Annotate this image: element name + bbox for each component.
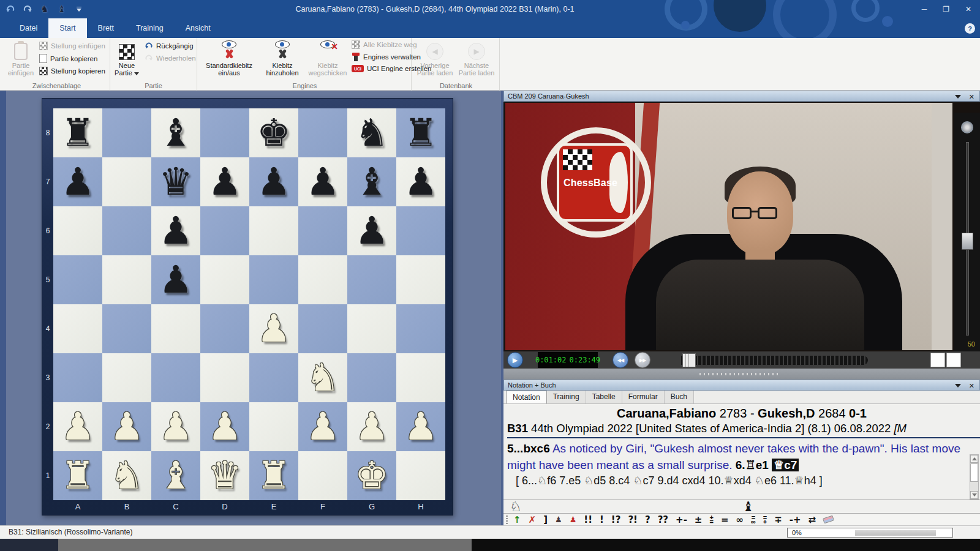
annotation-symbol-button[interactable]: ?? (658, 514, 668, 525)
annotation-symbol-button[interactable]: ?! (628, 514, 638, 525)
fast-forward-button[interactable]: ▶▶ (635, 352, 650, 368)
kiebitz-hinzuholen-button[interactable]: Kiebitz hinzuholen (260, 40, 305, 77)
board-square[interactable] (53, 206, 102, 255)
board-square[interactable]: ♛ (151, 157, 200, 206)
annotation-symbol-button[interactable]: -+ (790, 514, 801, 525)
board-square[interactable]: ♟ (200, 157, 249, 206)
board-square[interactable]: ♜ (53, 451, 102, 500)
board-square[interactable]: ♞ (102, 451, 151, 500)
board-square[interactable] (53, 255, 102, 304)
annotation-symbol-button[interactable]: =+ (763, 515, 767, 524)
help-icon[interactable]: ? (965, 23, 975, 34)
video-frame[interactable]: ChessBase (505, 103, 952, 350)
volume-slider-handle[interactable] (962, 233, 973, 250)
board-square[interactable] (347, 304, 396, 353)
board-square[interactable]: ♟ (200, 402, 249, 451)
black-bishop-icon[interactable]: ♝ (742, 499, 755, 514)
annotation-symbol-button[interactable]: !? (611, 514, 621, 525)
annotation-symbol-button[interactable]: ↑ (513, 514, 521, 525)
annotation-symbol-button[interactable]: =∞ (751, 515, 756, 524)
tab-datei[interactable]: Datei (9, 18, 48, 38)
annotation-symbol-button[interactable]: +- (676, 514, 687, 525)
board-square[interactable]: ♝ (151, 451, 200, 500)
video-extra-button[interactable] (930, 353, 945, 367)
board-square[interactable] (200, 353, 249, 402)
board-square[interactable] (53, 353, 102, 402)
pane-menu-caret-icon[interactable] (955, 95, 961, 99)
board-square[interactable]: ♚ (347, 451, 396, 500)
annotation-symbol-button[interactable]: += (709, 515, 713, 524)
scroll-up-button[interactable] (970, 455, 978, 463)
notation-content[interactable]: Caruana,Fabiano 2783 - Gukesh,D 2684 0-1… (503, 404, 980, 500)
board-square[interactable]: ♞ (347, 108, 396, 157)
board-square[interactable]: ♜ (396, 108, 445, 157)
annotation-symbol-button[interactable]: ∞ (736, 514, 744, 525)
board-square[interactable] (200, 255, 249, 304)
pane-close-icon[interactable]: ✕ (969, 381, 974, 391)
board-square[interactable] (396, 304, 445, 353)
board-square[interactable]: ♟ (347, 206, 396, 255)
board-square[interactable] (396, 353, 445, 402)
close-button[interactable]: ✕ (965, 5, 971, 13)
board-square[interactable] (151, 304, 200, 353)
board-square[interactable] (298, 304, 347, 353)
board-square[interactable]: ♜ (249, 451, 298, 500)
speaker-knob-icon[interactable] (961, 121, 973, 133)
board-square[interactable]: ♟ (396, 157, 445, 206)
board-square[interactable]: ♟ (249, 157, 298, 206)
tab-tabelle[interactable]: Tabelle (586, 391, 622, 403)
rueckgaengig-button[interactable]: Rückgängig (145, 42, 196, 50)
tab-buch[interactable]: Buch (665, 391, 694, 403)
seek-slider-track[interactable] (681, 356, 868, 365)
board-square[interactable] (347, 255, 396, 304)
stellung-kopieren-button[interactable]: Stellung kopieren (39, 67, 105, 75)
pane-close-icon[interactable]: ✕ (969, 92, 974, 102)
tab-training[interactable]: Training (547, 391, 586, 403)
board-square[interactable]: ♜ (53, 108, 102, 157)
partie-kopieren-button[interactable]: Partie kopieren (39, 54, 105, 63)
neue-partie-button[interactable]: Neue Partie (111, 40, 142, 77)
board-square[interactable]: ♟ (151, 402, 200, 451)
board-square[interactable]: ♟ (249, 304, 298, 353)
tab-brett[interactable]: Brett (87, 18, 125, 38)
board-square[interactable]: ♟ (347, 402, 396, 451)
board-square[interactable] (396, 206, 445, 255)
tab-ansicht[interactable]: Ansicht (175, 18, 222, 38)
board-square[interactable] (298, 206, 347, 255)
annotation-symbol-button[interactable]: ∓ (774, 514, 782, 525)
board-square[interactable] (396, 451, 445, 500)
board-square[interactable]: ♟ (53, 402, 102, 451)
board-square[interactable] (298, 451, 347, 500)
tab-notation[interactable]: Notation (506, 391, 547, 403)
annotation-symbol-button[interactable]: ! (600, 514, 604, 525)
board-square[interactable] (151, 353, 200, 402)
toolbar-grip[interactable] (506, 515, 508, 524)
tab-training[interactable]: Training (125, 18, 175, 38)
board-square[interactable] (298, 108, 347, 157)
board-square[interactable] (53, 304, 102, 353)
annotation-symbol-button[interactable]: ⇄ (809, 514, 816, 525)
board-square[interactable] (200, 206, 249, 255)
tab-formular[interactable]: Formular (622, 391, 665, 403)
annotation-symbol-button[interactable]: ♟ (570, 514, 577, 525)
video-extra-button[interactable] (946, 353, 961, 367)
board-square[interactable]: ♟ (151, 255, 200, 304)
rewind-button[interactable]: ◀◀ (612, 352, 628, 368)
board-square[interactable]: ♟ (396, 402, 445, 451)
annotation-symbol-button[interactable]: ? (645, 514, 650, 525)
board-square[interactable]: ♟ (298, 402, 347, 451)
board-square[interactable]: ♟ (151, 206, 200, 255)
board-square[interactable]: ♟ (298, 157, 347, 206)
tab-start[interactable]: Start (48, 18, 86, 38)
board-square[interactable] (298, 255, 347, 304)
board-square[interactable] (347, 353, 396, 402)
seek-slider-handle[interactable] (682, 353, 696, 367)
board-square[interactable]: ♝ (347, 157, 396, 206)
pane-menu-caret-icon[interactable] (955, 384, 961, 388)
vorherige-partie-button[interactable]: ◀ Vorherige Partie laden (415, 40, 454, 77)
board-square[interactable] (249, 402, 298, 451)
scroll-down-button[interactable] (970, 491, 978, 499)
board-square[interactable] (396, 255, 445, 304)
standardkiebitz-button[interactable]: Standardkiebitz ein/aus (201, 40, 257, 77)
partie-einfuegen-button[interactable]: Partie einfügen (4, 40, 38, 77)
